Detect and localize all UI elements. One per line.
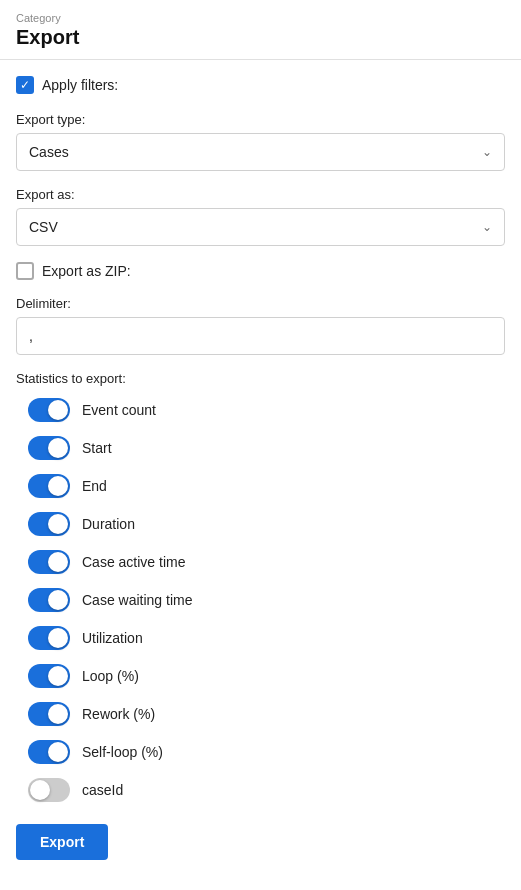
export-as-group: Export as: CSV ⌄ <box>16 187 505 246</box>
toggle-knob-loop_pct <box>48 666 68 686</box>
toggle-knob-utilization <box>48 628 68 648</box>
toggle-label-case_active_time: Case active time <box>82 554 185 570</box>
toggle-row-duration: Duration <box>16 512 505 536</box>
toggle-label-start: Start <box>82 440 112 456</box>
toggle-knob-self_loop_pct <box>48 742 68 762</box>
toggle-label-utilization: Utilization <box>82 630 143 646</box>
export-zip-label: Export as ZIP: <box>42 263 131 279</box>
export-as-select[interactable]: CSV ⌄ <box>16 208 505 246</box>
toggle-label-case_waiting_time: Case waiting time <box>82 592 193 608</box>
toggle-row-case_id: caseId <box>16 778 505 802</box>
toggle-event_count[interactable] <box>28 398 70 422</box>
toggle-knob-rework_pct <box>48 704 68 724</box>
export-as-label: Export as: <box>16 187 505 202</box>
toggle-row-self_loop_pct: Self-loop (%) <box>16 740 505 764</box>
toggle-row-start: Start <box>16 436 505 460</box>
toggle-label-event_count: Event count <box>82 402 156 418</box>
header: Category Export <box>0 0 521 60</box>
export-type-select[interactable]: Cases ⌄ <box>16 133 505 171</box>
export-button[interactable]: Export <box>16 824 108 860</box>
delimiter-label: Delimiter: <box>16 296 505 311</box>
toggle-label-rework_pct: Rework (%) <box>82 706 155 722</box>
toggle-label-self_loop_pct: Self-loop (%) <box>82 744 163 760</box>
toggle-knob-event_count <box>48 400 68 420</box>
export-zip-checkbox[interactable] <box>16 262 34 280</box>
toggle-loop_pct[interactable] <box>28 664 70 688</box>
export-type-group: Export type: Cases ⌄ <box>16 112 505 171</box>
delimiter-group: Delimiter: <box>16 296 505 355</box>
toggle-label-duration: Duration <box>82 516 135 532</box>
statistics-section: Statistics to export: Event countStartEn… <box>16 371 505 802</box>
toggle-label-end: End <box>82 478 107 494</box>
toggle-row-end: End <box>16 474 505 498</box>
toggle-row-loop_pct: Loop (%) <box>16 664 505 688</box>
apply-filters-row: ✓ Apply filters: <box>16 76 505 94</box>
toggle-end[interactable] <box>28 474 70 498</box>
toggle-knob-start <box>48 438 68 458</box>
category-label: Category <box>16 12 505 24</box>
page-container: Category Export ✓ Apply filters: Export … <box>0 0 521 884</box>
chevron-down-icon: ⌄ <box>482 145 492 159</box>
statistics-label: Statistics to export: <box>16 371 505 386</box>
toggle-row-case_waiting_time: Case waiting time <box>16 588 505 612</box>
toggle-label-loop_pct: Loop (%) <box>82 668 139 684</box>
toggle-row-utilization: Utilization <box>16 626 505 650</box>
toggle-row-rework_pct: Rework (%) <box>16 702 505 726</box>
content: ✓ Apply filters: Export type: Cases ⌄ Ex… <box>0 60 521 884</box>
toggle-case_waiting_time[interactable] <box>28 588 70 612</box>
toggle-row-case_active_time: Case active time <box>16 550 505 574</box>
chevron-down-icon-2: ⌄ <box>482 220 492 234</box>
toggle-knob-end <box>48 476 68 496</box>
toggle-duration[interactable] <box>28 512 70 536</box>
toggle-knob-case_id <box>30 780 50 800</box>
toggle-knob-duration <box>48 514 68 534</box>
toggle-case_id[interactable] <box>28 778 70 802</box>
toggle-self_loop_pct[interactable] <box>28 740 70 764</box>
export-type-label: Export type: <box>16 112 505 127</box>
export-type-value: Cases <box>29 144 69 160</box>
toggle-utilization[interactable] <box>28 626 70 650</box>
page-title: Export <box>16 26 505 49</box>
toggle-rework_pct[interactable] <box>28 702 70 726</box>
toggle-rows: Event countStartEndDurationCase active t… <box>16 398 505 802</box>
apply-filters-label: Apply filters: <box>42 77 118 93</box>
toggle-label-case_id: caseId <box>82 782 123 798</box>
toggle-row-event_count: Event count <box>16 398 505 422</box>
delimiter-input[interactable] <box>16 317 505 355</box>
export-zip-row: Export as ZIP: <box>16 262 505 280</box>
checkmark-icon: ✓ <box>20 79 30 91</box>
export-as-value: CSV <box>29 219 58 235</box>
toggle-case_active_time[interactable] <box>28 550 70 574</box>
toggle-knob-case_active_time <box>48 552 68 572</box>
toggle-start[interactable] <box>28 436 70 460</box>
toggle-knob-case_waiting_time <box>48 590 68 610</box>
apply-filters-checkbox[interactable]: ✓ <box>16 76 34 94</box>
